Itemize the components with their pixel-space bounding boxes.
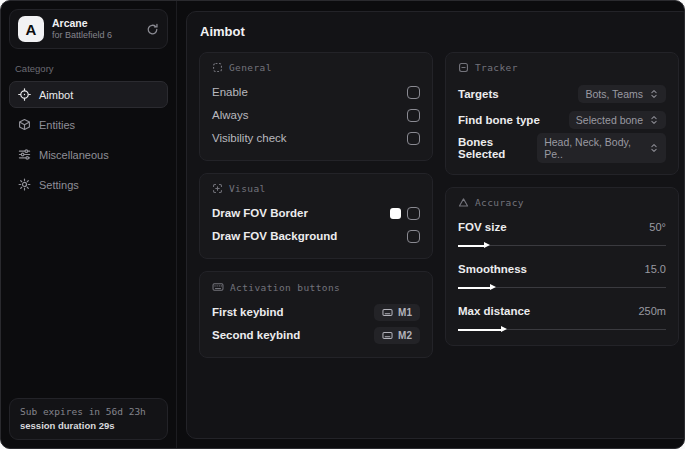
setting-row-first-keybind: First keybind M1 (212, 301, 420, 323)
accuracy-card-header: Accuracy (458, 197, 666, 208)
sliders-icon (18, 148, 31, 161)
sidebar-item-miscellaneous[interactable]: Miscellaneous (9, 141, 168, 168)
dropdown-value: Bots, Teams (585, 88, 643, 100)
sub-expiry-text: Sub expires in 56d 23h (20, 406, 157, 417)
crosshair-icon (18, 88, 31, 101)
app-header-card: A Arcane for Battlefield 6 (9, 9, 168, 49)
fov-size-slider[interactable] (458, 241, 666, 250)
draw-fov-border-checkbox[interactable] (407, 207, 420, 220)
app-window: A Arcane for Battlefield 6 Category (0, 0, 685, 449)
bones-selected-dropdown[interactable]: Head, Neck, Body, Pe.. (537, 133, 666, 163)
slider-label-row: Max distance 250m (458, 300, 666, 322)
slider-thumb[interactable] (501, 326, 507, 332)
app-name: Arcane (52, 17, 138, 30)
sidebar-nav: Aimbot Entities (9, 81, 168, 198)
slider-fill (458, 287, 491, 289)
sidebar-item-label: Settings (39, 179, 79, 191)
app-meta: Arcane for Battlefield 6 (52, 17, 138, 41)
setting-row-always: Always (212, 104, 420, 126)
gear-icon (18, 178, 31, 191)
left-column: General Enable Always Visibility check (199, 52, 433, 358)
setting-label: Always (212, 109, 248, 121)
setting-row-bones-selected: Bones Selected Head, Neck, Body, Pe.. (458, 133, 666, 163)
app-logo: A (18, 16, 44, 42)
right-column: Tracker Targets Bots, Teams (445, 52, 679, 358)
session-duration-text: session duration 29s (20, 420, 157, 431)
tracker-card-title: Tracker (475, 62, 518, 73)
slider-value: 15.0 (645, 263, 666, 275)
setting-row-enable: Enable (212, 81, 420, 103)
refresh-icon[interactable] (146, 23, 159, 36)
max-distance-slider[interactable] (458, 325, 666, 334)
find-bone-type-dropdown[interactable]: Selected bone (569, 111, 666, 129)
chevrons-up-down-icon (649, 143, 659, 153)
entities-icon (18, 118, 31, 131)
sidebar-item-entities[interactable]: Entities (9, 111, 168, 138)
content-columns: General Enable Always Visibility check (199, 52, 679, 358)
setting-label: Draw FOV Border (212, 207, 308, 219)
category-label: Category (15, 63, 162, 74)
setting-row-draw-fov-border: Draw FOV Border (212, 202, 420, 224)
visual-card: Visual Draw FOV Border Draw FOV Backgrou… (199, 173, 433, 259)
max-distance-setting: Max distance 250m (458, 300, 666, 334)
dropdown-value: Selected bone (576, 114, 643, 126)
slider-value: 250m (638, 305, 666, 317)
subscription-card: Sub expires in 56d 23h session duration … (9, 398, 168, 440)
smoothness-slider[interactable] (458, 283, 666, 292)
dropdown-value: Head, Neck, Body, Pe.. (544, 136, 643, 160)
setting-row-find-bone-type: Find bone type Selected bone (458, 107, 666, 132)
enable-checkbox[interactable] (407, 86, 420, 99)
activation-card-title: Activation buttons (230, 282, 340, 293)
always-checkbox[interactable] (407, 109, 420, 122)
setting-label: Second keybind (212, 329, 300, 341)
sidebar-item-label: Aimbot (39, 89, 73, 101)
targets-dropdown[interactable]: Bots, Teams (578, 85, 666, 103)
general-card-title: General (229, 62, 272, 73)
general-card-header: General (212, 62, 420, 73)
minus-square-icon (458, 62, 469, 73)
keyboard-icon (382, 330, 393, 341)
slider-fill (458, 329, 502, 331)
setting-row-second-keybind: Second keybind M2 (212, 324, 420, 346)
fov-size-setting: FOV size 50° (458, 216, 666, 250)
tracker-card: Tracker Targets Bots, Teams (445, 52, 679, 175)
setting-row-draw-fov-background: Draw FOV Background (212, 225, 420, 247)
draw-fov-background-checkbox[interactable] (407, 230, 420, 243)
chevrons-up-down-icon (649, 115, 659, 125)
setting-label: Smoothness (458, 263, 527, 275)
tracker-card-header: Tracker (458, 62, 666, 73)
app-subtitle: for Battlefield 6 (52, 30, 138, 41)
fov-border-color-swatch[interactable] (390, 208, 401, 219)
setting-label: Draw FOV Background (212, 230, 337, 242)
smoothness-setting: Smoothness 15.0 (458, 258, 666, 292)
first-keybind-button[interactable]: M1 (374, 304, 420, 321)
row-controls (390, 207, 420, 220)
setting-label: Enable (212, 86, 248, 98)
triangle-icon (458, 197, 469, 208)
sidebar-item-label: Miscellaneous (39, 149, 109, 161)
slider-thumb[interactable] (490, 284, 496, 290)
sidebar-item-label: Entities (39, 119, 75, 131)
chevrons-up-down-icon (649, 89, 659, 99)
main-area: Aimbot General (177, 1, 685, 448)
activation-card-header: Activation buttons (212, 281, 420, 293)
second-keybind-button[interactable]: M2 (374, 327, 420, 344)
setting-label: Find bone type (458, 114, 540, 126)
visibility-check-checkbox[interactable] (407, 132, 420, 145)
page-title: Aimbot (200, 24, 679, 39)
slider-label-row: Smoothness 15.0 (458, 258, 666, 280)
setting-row-visibility-check: Visibility check (212, 127, 420, 149)
setting-label: Max distance (458, 305, 530, 317)
setting-label: Bones Selected (458, 136, 537, 160)
dashed-box-icon (212, 62, 223, 73)
slider-thumb[interactable] (484, 242, 490, 248)
accuracy-card-title: Accuracy (475, 197, 524, 208)
activation-buttons-card: Activation buttons First keybind (199, 271, 433, 358)
sidebar-item-aimbot[interactable]: Aimbot (9, 81, 168, 108)
sidebar-item-settings[interactable]: Settings (9, 171, 168, 198)
main-panel: Aimbot General (186, 11, 685, 439)
setting-label: Targets (458, 88, 499, 100)
setting-label: First keybind (212, 306, 284, 318)
keybind-value: M1 (398, 307, 412, 318)
slider-value: 50° (649, 221, 666, 233)
